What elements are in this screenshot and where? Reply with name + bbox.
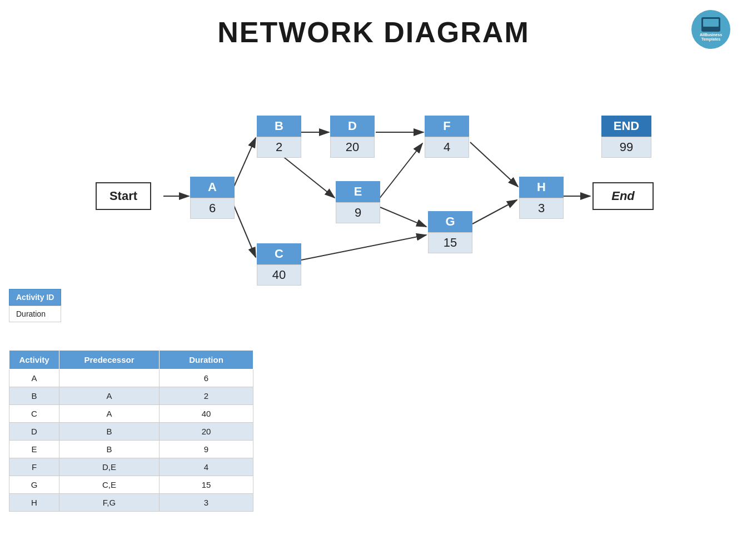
data-table: Activity Predecessor Duration A6BA2CA40D… <box>9 350 253 512</box>
node-h: H 3 <box>519 177 564 219</box>
node-c: C 40 <box>257 243 301 286</box>
node-f: F 4 <box>425 116 469 158</box>
legend: Activity ID Duration <box>9 289 61 322</box>
node-g: G 15 <box>428 211 472 253</box>
table-header-predecessor: Predecessor <box>59 351 160 369</box>
node-d: D 20 <box>330 116 375 158</box>
table-header-duration: Duration <box>160 351 253 369</box>
node-end-top: END 99 <box>601 116 651 158</box>
table-header-activity: Activity <box>9 351 59 369</box>
table-row: DB20 <box>9 423 253 441</box>
table-row: BA2 <box>9 387 253 405</box>
logo: AllBusinessTemplates <box>691 10 730 49</box>
start-box: Start <box>96 182 151 210</box>
table-row: A6 <box>9 369 253 387</box>
svg-line-8 <box>380 207 426 227</box>
table-row: GC,E15 <box>9 476 253 494</box>
svg-line-7 <box>379 143 422 199</box>
svg-line-2 <box>233 138 256 188</box>
node-a: A 6 <box>190 177 235 219</box>
svg-line-9 <box>301 235 426 260</box>
svg-line-11 <box>472 200 517 224</box>
diagram-area: Start A 6 B 2 C 40 D 20 E 9 F 4 G 15 H 3… <box>40 60 707 332</box>
node-e: E 9 <box>336 181 380 223</box>
legend-activity-id: Activity ID <box>9 289 61 306</box>
logo-icon <box>701 17 720 32</box>
table-row: FD,E4 <box>9 458 253 476</box>
page-title: NETWORK DIAGRAM <box>0 0 747 49</box>
table-row: CA40 <box>9 405 253 423</box>
svg-line-5 <box>279 153 335 198</box>
end-box: End <box>592 182 654 210</box>
table-row: HF,G3 <box>9 494 253 512</box>
table-row: EB9 <box>9 441 253 458</box>
logo-text: AllBusinessTemplates <box>700 33 722 42</box>
node-b: B 2 <box>257 116 301 158</box>
svg-line-10 <box>470 142 518 187</box>
svg-line-3 <box>233 204 256 257</box>
legend-duration: Duration <box>9 306 61 322</box>
